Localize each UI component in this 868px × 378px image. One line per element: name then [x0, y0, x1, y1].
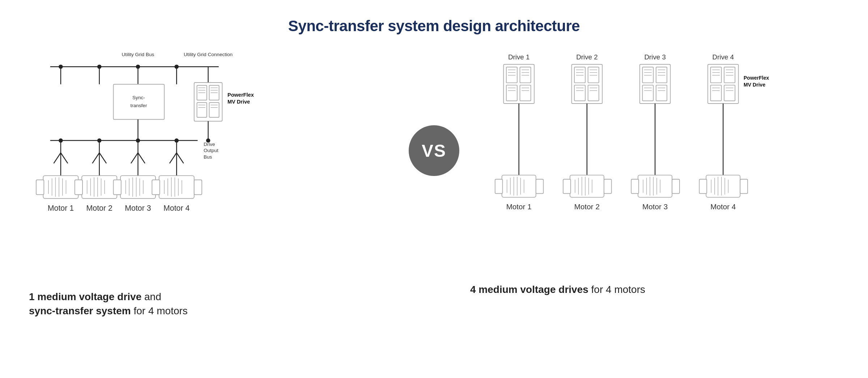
svg-text:Motor 1: Motor 1: [48, 204, 74, 213]
svg-rect-109: [520, 67, 531, 83]
svg-point-30: [97, 64, 102, 69]
svg-text:Sync-: Sync-: [132, 95, 145, 101]
svg-text:Motor 3: Motor 3: [642, 202, 668, 211]
svg-text:Bus: Bus: [204, 154, 212, 160]
svg-rect-154: [724, 67, 735, 83]
svg-rect-175: [536, 179, 544, 194]
svg-point-29: [59, 64, 63, 69]
svg-rect-84: [114, 180, 121, 195]
svg-rect-138: [642, 67, 653, 83]
svg-line-44: [54, 153, 61, 163]
vs-container: VS: [398, 46, 470, 176]
svg-text:MV Drive: MV Drive: [227, 99, 250, 105]
svg-line-49: [92, 153, 99, 163]
vs-circle: VS: [409, 125, 459, 176]
svg-rect-195: [672, 179, 680, 194]
svg-rect-155: [711, 85, 722, 101]
svg-rect-174: [495, 179, 503, 194]
svg-rect-185: [604, 179, 612, 194]
svg-rect-64: [36, 180, 44, 195]
svg-text:transfer: transfer: [130, 103, 147, 108]
svg-rect-110: [506, 85, 517, 101]
svg-text:Motor 4: Motor 4: [710, 202, 736, 211]
svg-text:PowerFlex: PowerFlex: [744, 75, 769, 81]
svg-text:MV Drive: MV Drive: [744, 82, 766, 88]
svg-rect-140: [642, 85, 653, 101]
svg-point-32: [174, 64, 179, 69]
page-title: Sync-transfer system design architecture: [0, 0, 868, 35]
svg-rect-95: [194, 180, 202, 195]
svg-line-54: [131, 153, 138, 163]
svg-text:Motor 2: Motor 2: [574, 202, 600, 211]
svg-rect-108: [506, 67, 517, 83]
svg-text:Motor 4: Motor 4: [163, 204, 190, 213]
svg-text:Drive 2: Drive 2: [576, 53, 598, 61]
svg-rect-205: [740, 179, 748, 194]
right-caption: 4 medium voltage drives for 4 motors: [470, 282, 839, 297]
svg-text:Output: Output: [204, 148, 218, 153]
right-diagram: Drive 1 Drive 2 Drive 3 Drive 4: [470, 46, 839, 297]
svg-text:PowerFlex: PowerFlex: [227, 92, 254, 98]
svg-rect-123: [574, 67, 585, 83]
left-diagram: Utility Grid Bus Utility Grid Connection…: [29, 46, 398, 318]
svg-line-59: [170, 153, 176, 163]
svg-rect-94: [152, 180, 159, 195]
svg-rect-8: [114, 84, 165, 119]
svg-rect-153: [711, 67, 722, 83]
svg-line-46: [61, 153, 68, 163]
svg-text:Drive 4: Drive 4: [712, 53, 734, 61]
svg-rect-126: [588, 85, 599, 101]
svg-line-61: [176, 153, 183, 163]
left-caption: 1 medium voltage drive and sync-transfer…: [29, 290, 398, 318]
svg-rect-141: [656, 85, 667, 101]
svg-rect-124: [588, 67, 599, 83]
svg-point-42: [206, 138, 210, 143]
svg-rect-74: [75, 180, 82, 195]
svg-rect-125: [574, 85, 585, 101]
svg-rect-204: [699, 179, 707, 194]
svg-rect-139: [656, 67, 667, 83]
svg-text:Motor 2: Motor 2: [86, 204, 112, 213]
svg-text:Motor 1: Motor 1: [506, 202, 532, 211]
svg-text:Drive 1: Drive 1: [508, 53, 530, 61]
svg-line-51: [99, 153, 106, 163]
svg-text:Utility Grid Bus: Utility Grid Bus: [122, 52, 154, 57]
svg-text:Utility Grid Connection: Utility Grid Connection: [184, 52, 233, 57]
svg-line-56: [138, 153, 145, 163]
svg-text:Motor 3: Motor 3: [125, 204, 151, 213]
svg-rect-111: [520, 85, 531, 101]
svg-point-31: [136, 64, 140, 69]
svg-rect-184: [563, 179, 571, 194]
svg-rect-156: [724, 85, 735, 101]
svg-text:Drive 3: Drive 3: [644, 53, 666, 61]
svg-rect-194: [631, 179, 639, 194]
